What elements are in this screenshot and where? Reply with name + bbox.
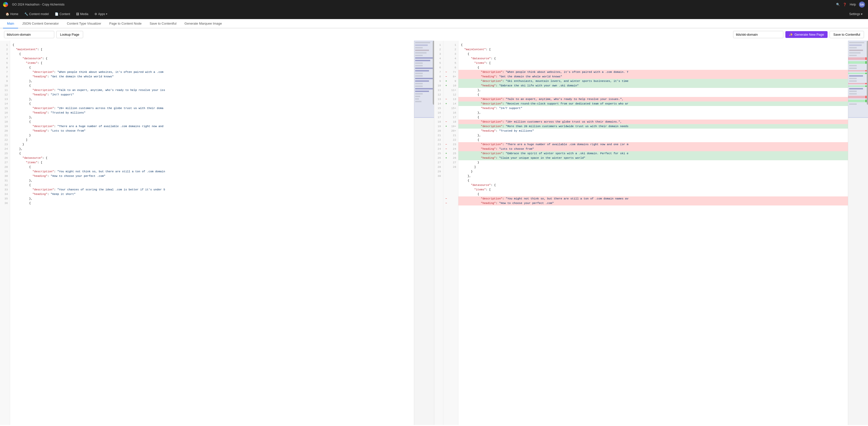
right-minimap-svg [848,41,868,425]
navbar: 🏠 Home 🔧 Content model 📄 Content 🖼 Media… [0,9,868,19]
code-line: { [10,151,414,156]
code-line: { [10,43,414,47]
code-line-added: "description": "Embrace the spirit of wi… [458,151,848,156]
generate-button[interactable]: ✨ Generate New Page [785,31,828,38]
svg-rect-58 [865,86,867,87]
tab-page2node[interactable]: Page to Content Node [105,19,146,28]
code-line: { [458,192,848,196]
code-line: "datasource": { [458,183,848,187]
code-line-removed: "description": "There are a huge number … [458,142,848,147]
code-line: { [458,178,848,183]
left-line-numbers: 1 2 3 4 5 6 7 8 9 10 11 12 13 14 15 16 1… [0,41,10,425]
tab-marquee[interactable]: Generate Marquee Image [181,19,226,28]
toolbar: Lookup Page ✨ Generate New Page Save to … [0,28,868,41]
code-line: }, [10,79,414,83]
code-line: }, [10,115,414,120]
code-line: { [10,165,414,169]
tabbar: Main JSON Content Generator Content Type… [0,19,868,28]
code-line: { [10,65,414,70]
code-line: }, [10,97,414,101]
code-line: "mainContent": [ [458,47,848,52]
minimap-svg [414,41,434,425]
left-code-panel: 1 2 3 4 5 6 7 8 9 10 11 12 13 14 15 16 1… [0,41,434,425]
home-icon: 🏠 [5,12,9,16]
code-line: }, [10,178,414,183]
help-icon[interactable]: ❓ [843,3,847,6]
code-line: } [458,160,848,165]
svg-rect-52 [867,41,868,105]
tab-title: GO 2024 Hackathon - Copy Alchemists [12,3,65,6]
code-line: "heading": "24/7 support" [10,92,414,97]
generate-icon: ✨ [789,33,793,36]
svg-rect-51 [848,41,868,118]
main-content: 1 2 3 4 5 6 7 8 9 10 11 12 13 14 15 16 1… [0,41,868,425]
code-line: "items": [ [10,160,414,165]
tab-main[interactable]: Main [3,19,18,28]
code-line: { [458,43,848,47]
lookup-button[interactable]: Lookup Page [56,31,83,38]
code-line: }, [458,111,848,115]
right-minimap [848,41,868,425]
code-line: "mainContent": [ [10,47,414,52]
browser-tab[interactable]: GO 2024 Hackathon - Copy Alchemists [10,2,67,7]
code-line: "heading": "Keep it short" [10,192,414,196]
media-icon: 🖼 [76,12,79,16]
code-line-added: "description": "More than 20 million cus… [458,124,848,129]
code-line: } [10,133,414,138]
code-line-removed: "heading": "Get the domain the whole wor… [458,74,848,79]
help-label: Help [850,3,856,6]
tab-json[interactable]: JSON Content Generator [18,19,63,28]
code-line: { [458,92,848,97]
code-line-added: "description": "Ski enthusiasts, mountai… [458,79,848,83]
svg-rect-26 [433,41,434,105]
nav-content-model[interactable]: 🔧 Content model [22,11,51,17]
code-line: ] [458,165,848,169]
code-line: { [458,52,848,56]
code-line: "description": "Your chances of scoring … [10,187,414,192]
right-code-content[interactable]: { "mainContent": [ { "datasource": { "it… [458,41,848,425]
code-line: "heading": "Trusted by millions" [10,111,414,115]
code-line-removed: "heading": "How to choose your perfect .… [458,201,848,206]
code-line: { [10,201,414,206]
code-line: { [10,183,414,187]
left-minimap [414,41,434,425]
code-line-added: "heading": "Embrace the ski life with yo… [458,83,848,88]
save-button[interactable]: Save to Contentful [830,31,864,38]
code-line: }, [458,88,848,92]
nav-home[interactable]: 🏠 Home [3,11,21,17]
left-path-input[interactable] [4,31,54,38]
svg-rect-57 [865,83,867,84]
code-line: { [458,65,848,70]
code-line: "description": "When people think about … [10,70,414,74]
left-code-content[interactable]: { "mainContent": [ { "datasource": { "it… [10,41,414,425]
svg-rect-25 [414,41,434,118]
apps-chevron-icon: ▾ [106,12,107,15]
code-line: }, [10,147,414,151]
avatar[interactable]: SA [859,1,865,7]
code-line: { [10,52,414,56]
svg-rect-60 [865,100,867,102]
code-line: "heading": "24/7 support" [458,106,848,111]
code-line: "heading": "Trusted by millions" [458,129,848,133]
code-line: } [10,142,414,147]
tab-save[interactable]: Save to Contentful [146,19,181,28]
nav-settings[interactable]: Settings ▾ [847,11,865,17]
diff-gutter: − − + + − + − + − − + + [443,41,449,425]
tab-visualizer[interactable]: Content Type Visualizer [63,19,105,28]
right-path-input[interactable] [733,31,783,38]
code-line-removed: "description": "You might not think so, … [458,196,848,201]
right-code-panel: 1 2 3 4 5 6 7 8 9 10 11 12 13 14 15 16 1… [434,41,868,425]
nav-apps[interactable]: ⚙ Apps ▾ [92,11,110,17]
nav-content[interactable]: 📄 Content [52,11,72,17]
code-line-added: "description": "Receive round-the-clock … [458,101,848,106]
chrome-logo [3,2,8,7]
code-line: { [458,138,848,142]
search-icon[interactable]: 🔍 [836,3,840,6]
code-line: "datasource": { [458,56,848,61]
apps-icon: ⚙ [94,12,97,16]
nav-media[interactable]: 🖼 Media [73,11,91,17]
svg-rect-53 [865,57,867,60]
code-line: { [10,101,414,106]
code-line: }, [458,174,848,178]
code-line: ] [10,138,414,142]
